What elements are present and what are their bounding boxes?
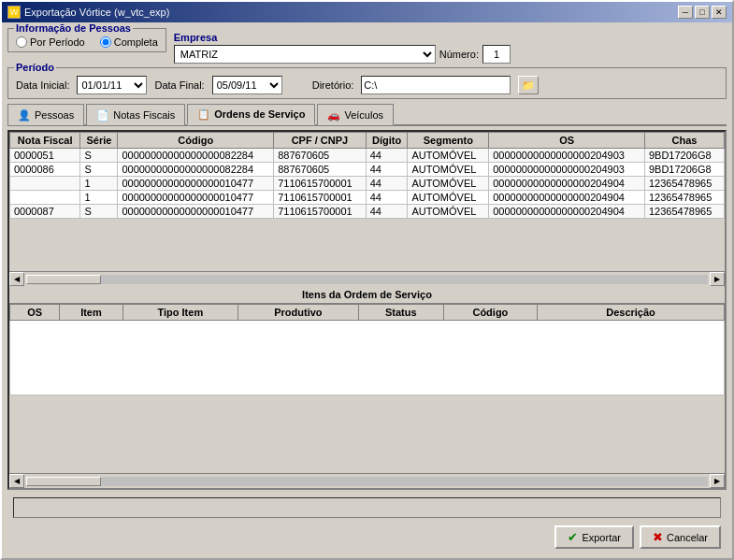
table-cell: 44 — [366, 177, 408, 191]
table-cell: 44 — [366, 205, 408, 219]
top-scroll-left[interactable]: ◀ — [9, 272, 24, 286]
bottom-scroll-thumb[interactable] — [26, 477, 101, 486]
data-inicial-select[interactable]: 01/01/11 — [77, 76, 147, 94]
numero-input[interactable] — [482, 45, 511, 64]
table-row[interactable]: 0000086S00000000000000000082284887670605… — [10, 163, 725, 177]
table-cell: AUTOMÓVEL — [408, 177, 489, 191]
radio-por-periodo[interactable]: Por Período — [16, 36, 85, 48]
table-cell: 44 — [366, 149, 408, 163]
radio-completa-label: Completa — [114, 36, 158, 48]
tab-pessoas-label: Pessoas — [35, 109, 74, 121]
close-button[interactable]: ✕ — [712, 6, 727, 19]
bcol-item: Item — [60, 305, 123, 321]
table-row[interactable]: 0000087S00000000000000000010477711061570… — [10, 205, 725, 219]
folder-icon: 📁 — [522, 79, 535, 92]
tab-veiculos[interactable]: 🚗 Veículos — [317, 104, 394, 125]
bottom-scroll-right[interactable]: ▶ — [710, 474, 725, 488]
numero-label: Número: — [439, 49, 479, 60]
col-cpf-cnpj: CPF / CNPJ — [274, 133, 367, 149]
table-cell: AUTOMÓVEL — [408, 163, 489, 177]
bcol-descricao: Descrição — [538, 305, 725, 321]
table-cell: 0000086 — [10, 163, 80, 177]
tab-veiculos-label: Veículos — [344, 109, 383, 121]
diretorio-label: Diretório: — [312, 79, 354, 91]
col-nota-fiscal: Nota Fiscal — [10, 133, 80, 149]
table-cell: 00000000000000000082284 — [118, 163, 274, 177]
col-chas: Chas — [644, 133, 724, 149]
minimize-button[interactable]: ─ — [678, 6, 693, 19]
table-cell: 44 — [366, 163, 408, 177]
maximize-button[interactable]: □ — [695, 6, 710, 19]
top-table-area: Nota Fiscal Série Código CPF / CNPJ Dígi… — [9, 132, 725, 286]
cancelar-button[interactable]: ✖ Cancelar — [640, 525, 721, 549]
cancelar-label: Cancelar — [667, 532, 708, 543]
table-cell: 44 — [366, 191, 408, 205]
title-bar: W Exportação Vórtice (w_vtc_exp) ─ □ ✕ — [2, 2, 732, 22]
title-buttons: ─ □ ✕ — [678, 6, 727, 19]
window-icon: W — [7, 6, 21, 19]
radio-completa[interactable]: Completa — [100, 36, 158, 48]
veiculos-tab-icon: 🚗 — [327, 108, 340, 122]
table-cell: 887670605 — [274, 163, 367, 177]
check-icon: ✔ — [568, 530, 578, 544]
table-cell: 00000000000000000010477 — [118, 177, 274, 191]
browse-button[interactable]: 📁 — [518, 76, 539, 94]
top-table-scroll[interactable]: Nota Fiscal Série Código CPF / CNPJ Dígi… — [9, 132, 725, 271]
table-cell: S — [80, 205, 118, 219]
table-row[interactable]: 100000000000000000010477711061570000144A… — [10, 177, 725, 191]
diretorio-input[interactable] — [361, 76, 511, 94]
table-row[interactable]: 0000051S00000000000000000082284887670605… — [10, 149, 725, 163]
bottom-table-scroll[interactable]: OS Item Tipo Item Produtivo Status Códig… — [9, 304, 725, 473]
bcol-os: OS — [10, 305, 60, 321]
table-cell: 00000000000000000204903 — [489, 163, 645, 177]
tab-pessoas[interactable]: 👤 Pessoas — [7, 104, 84, 125]
table-cell: 7110615700001 — [274, 205, 367, 219]
table-cell: 0000051 — [10, 149, 80, 163]
tab-ordens-label: Ordens de Serviço — [214, 108, 305, 120]
table-cell: 0000087 — [10, 205, 80, 219]
tab-notas-label: Notas Fiscais — [113, 109, 175, 121]
col-codigo: Código — [118, 133, 274, 149]
table-cell: 00000000000000000082284 — [118, 149, 274, 163]
radio-completa-input[interactable] — [100, 36, 111, 48]
table-cell: 00000000000000000204904 — [489, 191, 645, 205]
col-digito: Dígito — [366, 133, 408, 149]
notas-tab-icon: 📄 — [96, 108, 109, 122]
table-cell: AUTOMÓVEL — [408, 191, 489, 205]
table-cell: 7110615700001 — [274, 177, 367, 191]
empresa-select[interactable]: MATRIZ — [174, 45, 436, 64]
exportar-button[interactable]: ✔ Exportar — [554, 525, 634, 549]
radio-por-periodo-input[interactable] — [16, 36, 27, 48]
top-scroll-thumb[interactable] — [26, 275, 101, 284]
empty-row — [10, 321, 725, 395]
table-cell: 9BD17206G8 — [644, 149, 724, 163]
empresa-label: Empresa — [174, 32, 511, 43]
window-title: Exportação Vórtice (w_vtc_exp) — [24, 7, 169, 18]
top-scroll-right[interactable]: ▶ — [710, 272, 725, 286]
bottom-scroll-track[interactable] — [26, 477, 708, 486]
main-window: W Exportação Vórtice (w_vtc_exp) ─ □ ✕ I… — [0, 0, 734, 560]
data-final-select[interactable]: 05/09/11 — [212, 76, 282, 94]
bottom-scrollbar-h[interactable]: ◀ ▶ — [9, 473, 725, 488]
table-cell: 7110615700001 — [274, 191, 367, 205]
table-cell: 00000000000000000204904 — [489, 205, 645, 219]
top-scrollbar-h[interactable]: ◀ ▶ — [9, 271, 725, 286]
table-cell: S — [80, 149, 118, 163]
tab-ordens-servico[interactable]: 📋 Ordens de Serviço — [187, 104, 315, 125]
ordens-tab-icon: 📋 — [197, 108, 210, 121]
x-icon: ✖ — [653, 530, 663, 544]
top-scroll-track[interactable] — [26, 275, 708, 284]
bottom-scroll-left[interactable]: ◀ — [9, 474, 24, 488]
bcol-tipo-item: Tipo Item — [122, 305, 237, 321]
table-cell: 00000000000000000204903 — [489, 149, 645, 163]
tab-notas-fiscais[interactable]: 📄 Notas Fiscais — [86, 104, 185, 125]
table-row[interactable]: 100000000000000000010477711061570000144A… — [10, 191, 725, 205]
bcol-status: Status — [358, 305, 443, 321]
table-cell: AUTOMÓVEL — [408, 149, 489, 163]
col-segmento: Segmento — [408, 133, 489, 149]
bcol-codigo: Código — [443, 305, 537, 321]
table-cell: 00000000000000000010477 — [118, 191, 274, 205]
table-cell: 12365478965 — [644, 177, 724, 191]
radio-por-periodo-label: Por Período — [30, 36, 85, 48]
table-cell: 00000000000000000204904 — [489, 177, 645, 191]
